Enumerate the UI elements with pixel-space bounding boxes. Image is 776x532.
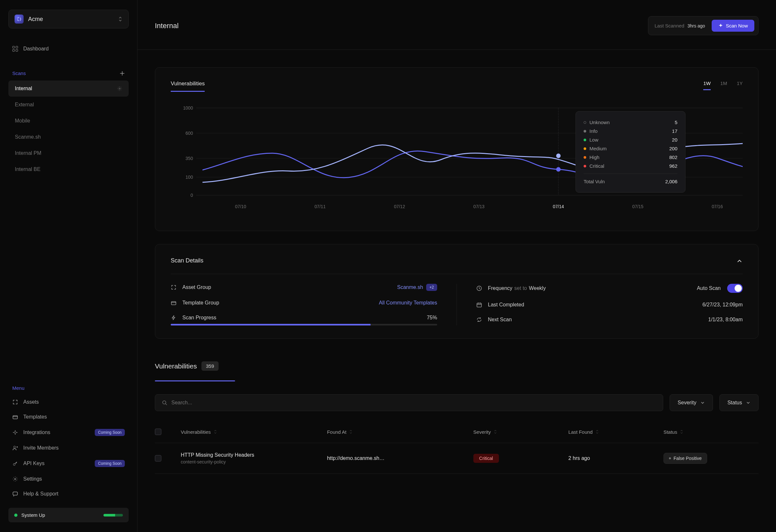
svg-text:07/12: 07/12 (394, 204, 405, 209)
scan-item-scanmesh[interactable]: Scanme.sh (8, 129, 129, 145)
svg-text:0: 0 (190, 193, 193, 198)
asset-group-extra: +2 (426, 284, 437, 291)
asset-group-link[interactable]: Scanme.sh (397, 284, 423, 290)
chart-tooltip: Unknown5 Info17 Low20 Medium200 High802 … (576, 111, 686, 193)
svg-text:07/11: 07/11 (315, 204, 326, 209)
clock-icon (476, 285, 483, 291)
scans-section-header: Scans (8, 66, 129, 80)
svg-text:07/10: 07/10 (235, 204, 246, 209)
range-1w[interactable]: 1W (703, 80, 711, 90)
scan-item-label: External (15, 102, 34, 107)
puzzle-icon (12, 430, 19, 435)
next-scan-row: Next Scan 1/1/23, 8:00am (476, 317, 743, 322)
col-status[interactable]: Status (663, 429, 759, 435)
menu-help[interactable]: Help & Support (8, 486, 129, 501)
table-row[interactable]: HTTP Missing Security Headers content-se… (155, 443, 759, 474)
menu-integrations[interactable]: Integrations Coming Soon (8, 425, 129, 441)
system-status-label: System Up (21, 512, 45, 518)
svg-rect-34 (477, 303, 481, 307)
main-content: Internal Last Scanned 3hrs ago Scan Now … (138, 0, 776, 532)
svg-rect-4 (16, 49, 18, 51)
svg-point-35 (163, 401, 166, 404)
nav-dashboard-label: Dashboard (23, 46, 48, 52)
vuln-count-badge: 359 (201, 361, 219, 371)
menu-invite[interactable]: Invite Members (8, 441, 129, 455)
menu-header: Menu (8, 381, 129, 394)
auto-scan-toggle[interactable] (727, 284, 743, 293)
chevron-down-icon (700, 401, 705, 405)
menu-settings[interactable]: Settings (8, 472, 129, 486)
row-checkbox[interactable] (155, 455, 161, 462)
col-vulnerabilities[interactable]: Vulnerabilities (181, 429, 327, 435)
template-group-link[interactable]: All Community Templates (379, 300, 437, 306)
svg-point-8 (14, 446, 15, 448)
cell-vulnerability: HTTP Missing Security Headers content-se… (181, 452, 327, 465)
severity-filter[interactable]: Severity (669, 394, 713, 411)
menu-apikeys-label: API Keys (23, 461, 45, 466)
gear-icon[interactable] (117, 86, 122, 91)
menu-invite-label: Invite Members (23, 445, 58, 451)
topbar: Internal Last Scanned 3hrs ago Scan Now (138, 0, 776, 50)
add-scan-icon[interactable] (120, 71, 125, 76)
chart-area[interactable]: 1000 600 350 100 0 (171, 101, 743, 218)
svg-rect-3 (13, 49, 15, 51)
sort-icon (595, 430, 599, 434)
cell-status: False Positive (663, 453, 759, 464)
scan-item-label: Internal (15, 86, 32, 91)
table-controls: Severity Status (155, 394, 759, 411)
scan-now-button[interactable]: Scan Now (712, 20, 754, 32)
system-status[interactable]: System Up (8, 508, 129, 522)
col-last-found[interactable]: Last Found (568, 429, 663, 435)
range-1y[interactable]: 1Y (737, 80, 743, 90)
key-icon (12, 461, 19, 466)
last-completed-row: Last Completed 6/27/23, 12:09pm (476, 302, 743, 308)
chart-tab-vulnerabilities[interactable]: Vulnerabilities (171, 80, 205, 92)
status-filter[interactable]: Status (720, 394, 759, 411)
chat-icon (12, 491, 19, 497)
svg-point-23 (556, 167, 561, 172)
col-severity[interactable]: Severity (473, 429, 568, 435)
table-header: Vulnerabilities Found At Severity Last F… (155, 421, 759, 443)
svg-point-5 (119, 88, 120, 89)
menu-apikeys[interactable]: API Keys Coming Soon (8, 455, 129, 472)
expand-icon (171, 284, 178, 290)
expand-icon (12, 399, 19, 405)
scan-item-label: Mobile (15, 118, 30, 124)
svg-text:07/15: 07/15 (632, 204, 643, 209)
chevron-down-icon (746, 401, 751, 405)
col-found-at[interactable]: Found At (327, 429, 473, 435)
scan-progress-row: Scan Progress 75% (171, 315, 437, 325)
chevron-updown-icon (118, 16, 123, 22)
search-box[interactable] (155, 394, 663, 411)
svg-rect-1 (13, 46, 15, 48)
svg-rect-6 (13, 416, 17, 419)
status-chip[interactable]: False Positive (663, 453, 707, 464)
scan-item-label: Scanme.sh (15, 134, 41, 140)
sort-icon (494, 430, 497, 434)
vuln-section-header: Vulnerabilities 359 (155, 361, 759, 371)
scan-item-internal-pm[interactable]: Internal PM (8, 145, 129, 161)
collapse-icon[interactable] (736, 258, 743, 264)
scan-item-mobile[interactable]: Mobile (8, 113, 129, 129)
select-all-checkbox[interactable] (155, 429, 161, 435)
scan-item-internal[interactable]: Internal (8, 80, 129, 97)
coming-soon-badge: Coming Soon (95, 460, 125, 467)
search-icon (162, 400, 168, 406)
range-1m[interactable]: 1M (720, 80, 727, 90)
menu-assets[interactable]: Assets (8, 394, 129, 410)
menu-help-label: Help & Support (23, 491, 58, 497)
menu-assets-label: Assets (23, 399, 39, 405)
svg-text:07/16: 07/16 (712, 204, 723, 209)
scans-header-label: Scans (12, 70, 26, 76)
org-switcher[interactable]: Acme (8, 10, 129, 28)
scan-item-internal-be[interactable]: Internal BE (8, 161, 129, 178)
bolt-icon (171, 315, 178, 321)
asset-group-row: Asset Group Scanme.sh +2 (171, 284, 437, 291)
svg-rect-11 (13, 492, 17, 495)
scan-item-external[interactable]: External (8, 97, 129, 113)
menu-templates[interactable]: Templates (8, 410, 129, 425)
vuln-section-title: Vulnerabilities (155, 362, 197, 370)
nav-dashboard[interactable]: Dashboard (8, 41, 129, 56)
svg-point-10 (15, 478, 16, 480)
search-input[interactable] (171, 400, 656, 406)
